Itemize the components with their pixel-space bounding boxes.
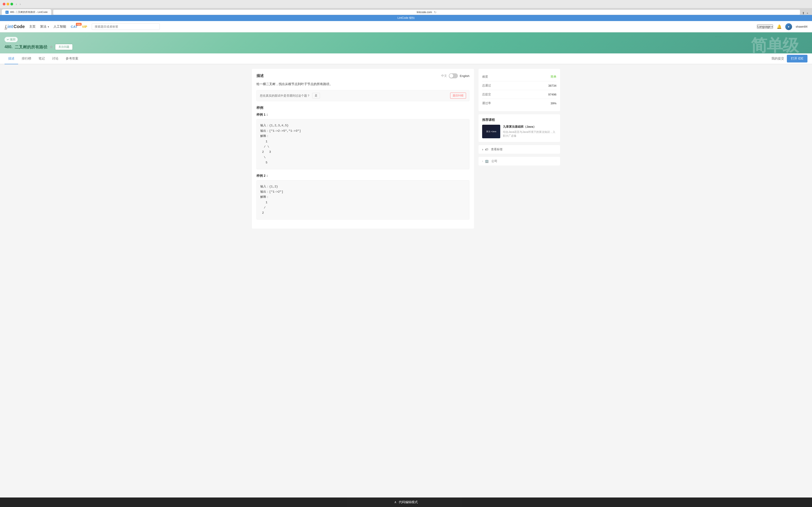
language-btn[interactable]: Language ▾ xyxy=(757,24,773,29)
birds-decoration: 〰 〰 〰 xyxy=(715,36,721,38)
problem-banner: 简单级 〰 〰 〰 ↩ 返回 480. 二叉树的所有路径 ☆ 关注问题 xyxy=(0,33,812,53)
search-input[interactable] xyxy=(92,23,160,30)
logo-code: Code xyxy=(13,24,25,29)
total-submit-value: 97496 xyxy=(548,93,556,96)
banner-bg-text: 简单级 xyxy=(751,35,798,53)
back-btn[interactable]: ‹ xyxy=(15,2,18,6)
logo-int: int xyxy=(7,24,13,29)
company-section[interactable]: › 🏢 公司 xyxy=(478,157,560,165)
close-window-btn[interactable] xyxy=(3,3,5,5)
desc-header: 描述 中文 English xyxy=(256,73,469,78)
example1-title: 样例 1： xyxy=(256,113,469,117)
logo[interactable]: L̲ int Code xyxy=(5,24,25,30)
lang-toggle-switch[interactable] xyxy=(449,73,458,78)
desc-title: 描述 xyxy=(256,73,264,78)
example1-code: 输入：{1,2,3,#,5} 输出：["1->2->5","1->3"] 解释：… xyxy=(256,119,469,169)
nav-ai[interactable]: 人工智能 xyxy=(53,25,66,29)
avatar-icon: ● xyxy=(788,25,789,28)
nav-home[interactable]: 主页 xyxy=(29,25,36,29)
minimize-window-btn[interactable] xyxy=(7,3,9,5)
tab-discuss[interactable]: 讨论 xyxy=(48,53,62,64)
tab-description[interactable]: 描述 xyxy=(5,53,18,64)
problem-title: 480. 二叉树的所有路径 ☆ 关注问题 xyxy=(5,44,807,50)
total-pass-value: 38734 xyxy=(548,84,556,88)
course-card: 推荐课程 算法 ×Java 九章算法基础班（Java） 结合Java语言与Jav… xyxy=(478,114,560,142)
problem-desc-text: 给一棵二叉树，找出从根节点到叶子节点的所有路径。 xyxy=(256,81,469,87)
tab-notes[interactable]: 笔记 xyxy=(35,53,48,64)
tab-nav-right: 我的提交 打开 IDE xyxy=(771,55,807,62)
total-submit-row: 总提交 97496 xyxy=(482,90,556,99)
tags-label: 查看标签 xyxy=(491,147,503,152)
back-arrow-icon: ↩ xyxy=(7,38,9,41)
total-pass-row: 总通过 38734 xyxy=(482,81,556,90)
course-info: 九章算法基础班（Java） 结合Java语言与Java环境下的算法知识，入职大厂… xyxy=(503,125,556,138)
course-name[interactable]: 九章算法基础班（Java） xyxy=(503,125,556,129)
course-desc: 结合Java语言与Java环境下的算法知识，入职大厂必备 xyxy=(503,130,556,138)
logo-l: L̲ xyxy=(5,24,7,30)
tab-title: 480. 二叉树的所有路径 - LintCode xyxy=(10,10,48,14)
nav-cat[interactable]: CAT new xyxy=(71,25,78,29)
course-item: 算法 ×Java 九章算法基础班（Java） 结合Java语言与Java环境下的… xyxy=(482,125,556,138)
course-thumb-text: 算法 ×Java xyxy=(485,129,497,134)
examples-title: 样例 xyxy=(256,106,469,110)
lang-toggle: 中文 English xyxy=(441,73,469,78)
interview-question: 您在真实的面试中是否遇到过这个题？ xyxy=(260,94,310,98)
navbar: L̲ int Code 主页 算法 ▾ 人工智能 CAT new VIP Lan… xyxy=(0,21,812,33)
user-avatar: ● xyxy=(785,23,792,30)
difficulty-row: 难度 简单 xyxy=(482,72,556,81)
back-link[interactable]: ↩ 返回 xyxy=(5,37,18,42)
sidebar-section: 难度 简单 总通过 38734 总提交 97496 通过率 39% 推荐课程 算… xyxy=(478,69,560,229)
problem-section: 描述 中文 English 给一棵二叉树，找出从根节点到叶子节点的所有路径。 您… xyxy=(252,69,474,229)
lang-en-label: English xyxy=(460,74,469,78)
add-tab-btn[interactable]: + xyxy=(807,11,808,15)
toggle-knob xyxy=(449,74,453,78)
username[interactable]: shawn84 xyxy=(796,25,807,28)
tab-nav: 描述 排行榜 笔记 讨论 参考答案 我的提交 打开 IDE xyxy=(0,53,812,64)
browser-tab-active[interactable]: L 480. 二叉树的所有路径 - LintCode xyxy=(2,9,51,15)
reload-icon[interactable]: ↻ xyxy=(434,10,437,14)
favorite-icon[interactable]: ☆ xyxy=(50,45,53,49)
label-icon: 🏷 xyxy=(485,148,488,151)
company-icon: 🏢 xyxy=(485,159,489,163)
cat-new-badge: new xyxy=(76,23,82,25)
my-submit-btn[interactable]: 我的提交 xyxy=(771,57,784,61)
browser-navigation: ‹ › xyxy=(15,2,21,6)
pass-rate-label: 通过率 xyxy=(482,101,491,105)
pass-rate-row: 通过率 39% xyxy=(482,99,556,108)
open-ide-btn[interactable]: 打开 IDE xyxy=(787,55,807,62)
company-label: 公司 xyxy=(492,159,497,163)
tab-solutions[interactable]: 参考答案 xyxy=(62,53,82,64)
language-chevron-icon: ▾ xyxy=(771,25,773,28)
browser-window-controls xyxy=(3,3,13,5)
address-bar[interactable]: lintcode.com ↻ xyxy=(53,9,800,15)
total-submit-label: 总提交 xyxy=(482,92,491,97)
example2-title: 样例 2： xyxy=(256,174,469,178)
nav-algorithm[interactable]: 算法 ▾ xyxy=(40,25,49,29)
announcement-text: LintCode 锁扣 xyxy=(397,16,414,19)
recommend-title: 推荐课程 xyxy=(482,118,556,122)
share-btn[interactable]: ⬆ xyxy=(802,11,805,15)
tab-leaderboard[interactable]: 排行榜 xyxy=(18,53,35,64)
tags-section[interactable]: › 🏷 查看标签 xyxy=(478,145,560,154)
announcement-bar: LintCode 锁扣 xyxy=(0,15,812,21)
total-pass-label: 总通过 xyxy=(482,83,491,88)
interview-bar: 您在真实的面试中是否遇到过这个题？ 是 题目纠错 xyxy=(256,90,469,101)
tag-icon: › xyxy=(482,148,483,151)
search-bar xyxy=(92,23,160,30)
problem-number: 480. xyxy=(5,45,12,49)
nav-right: Language ▾ 🔔 ● shawn84 xyxy=(757,23,807,30)
tab-favicon: L xyxy=(5,11,9,14)
forward-btn[interactable]: › xyxy=(19,2,22,6)
interview-yes-btn[interactable]: 是 xyxy=(312,93,320,99)
pass-rate-value: 39% xyxy=(551,102,556,105)
tags-row: › 🏷 查看标签 xyxy=(482,147,556,152)
report-error-btn[interactable]: 题目纠错 xyxy=(450,93,466,99)
follow-btn[interactable]: 关注问题 xyxy=(55,44,73,50)
main-content: 描述 中文 English 给一棵二叉树，找出从根节点到叶子节点的所有路径。 您… xyxy=(247,64,565,233)
bell-icon[interactable]: 🔔 xyxy=(777,24,782,29)
nav-vip[interactable]: VIP xyxy=(82,25,87,29)
url-text: lintcode.com xyxy=(417,11,432,14)
algorithm-chevron-icon: ▾ xyxy=(48,25,49,28)
problem-name: 二叉树的所有路径 xyxy=(15,44,47,50)
maximize-window-btn[interactable] xyxy=(10,3,13,5)
